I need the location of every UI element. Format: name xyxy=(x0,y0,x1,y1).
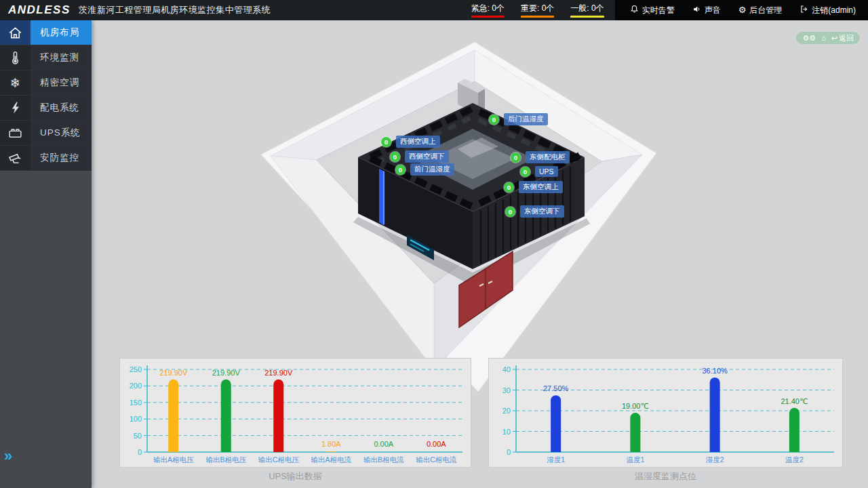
header-action-label: 注销(admin) xyxy=(812,5,856,16)
category-label: 温度2 xyxy=(785,455,804,464)
scene-toolbar-settings-button[interactable]: ⚙⚙ xyxy=(802,35,816,42)
marker-count-badge: 0 xyxy=(520,167,530,177)
bar xyxy=(710,378,720,452)
alert-badge-underline xyxy=(570,16,604,18)
scene-marker[interactable]: 0东侧配电柜 xyxy=(511,151,570,163)
bar xyxy=(273,380,283,452)
scene-marker[interactable]: 0西侧空调上 xyxy=(381,136,440,148)
camera-icon xyxy=(0,146,31,170)
category-label: 湿度1 xyxy=(547,455,565,464)
sidebar-expand-button[interactable]: » xyxy=(4,449,12,464)
y-tick-label: 200 xyxy=(130,382,142,390)
header-action-sound[interactable]: 声音 xyxy=(692,5,721,16)
sidebar-item-label-cell: UPS系统 xyxy=(31,121,92,145)
marker-label: 东侧配电柜 xyxy=(526,151,570,163)
scene-toolbar-back-button[interactable]: ↩返回 xyxy=(831,35,854,42)
sidebar-item-label-cell: 精密空调 xyxy=(31,70,92,95)
alert-badge-underline xyxy=(521,16,554,18)
room-3d-view: 0后门温湿度0西侧空调上0西侧空调下0前门温湿度0东侧配电柜0UPS0东侧空调上… xyxy=(92,20,868,413)
header-action-backend-admin[interactable]: ⚙后台管理 xyxy=(738,5,783,16)
sidebar-item-power-system[interactable]: 配电系统 xyxy=(0,96,92,121)
sidebar-menu: 机房布局环境监测❄精密空调配电系统UPS系统安防监控 xyxy=(0,20,92,171)
sidebar-item-label: 机房布局 xyxy=(40,26,79,39)
rack-led-strip xyxy=(379,169,383,225)
bar-value-label: 1.80A xyxy=(321,440,341,448)
bar-value-label: 219.90V xyxy=(159,369,188,377)
sidebar-item-room-layout[interactable]: 机房布局 xyxy=(0,20,92,45)
home-icon xyxy=(0,20,31,45)
home-icon: ⌂ xyxy=(821,35,826,42)
sidebar-item-precision-ac[interactable]: ❄精密空调 xyxy=(0,70,92,96)
y-tick-label: 40 xyxy=(502,365,511,373)
bar xyxy=(326,451,336,452)
chart-panel-temp-humidity: 01020304027.50%湿度119.00℃温度136.10%湿度221.4… xyxy=(488,358,843,468)
scene-toolbar-home-button[interactable]: ⌂ xyxy=(821,35,826,42)
bar xyxy=(630,413,640,452)
header-action-realtime-alarm[interactable]: 实时告警 xyxy=(630,5,675,16)
scene-marker[interactable]: 0后门温湿度 xyxy=(489,113,548,125)
bar-value-label: 219.90V xyxy=(212,369,241,377)
snowflake-icon: ❄ xyxy=(0,70,31,95)
alert-badge-general[interactable]: 一般: 0个 xyxy=(570,3,604,18)
sidebar-item-label: 配电系统 xyxy=(40,102,79,114)
header-action-label: 声音 xyxy=(705,5,721,16)
bar xyxy=(551,395,561,452)
sidebar-item-label: 精密空调 xyxy=(40,77,79,89)
alert-badge-text: 一般: 0个 xyxy=(570,3,604,14)
y-tick-label: 30 xyxy=(502,386,511,394)
scene-toolbar-label: 返回 xyxy=(839,35,854,42)
marker-label: 西侧空调下 xyxy=(405,150,449,163)
y-tick-label: 0 xyxy=(138,448,142,456)
marker-count-badge: 0 xyxy=(395,165,406,175)
y-tick-label: 100 xyxy=(130,415,142,423)
bar-value-label: 27.50% xyxy=(543,384,569,392)
sidebar-item-label: 安防监控 xyxy=(40,152,79,164)
brand-logo: ANDLESS xyxy=(0,3,79,17)
marker-label: 西侧空调上 xyxy=(396,136,440,148)
y-tick-label: 0 xyxy=(507,448,511,456)
scene-marker[interactable]: 0西侧空调下 xyxy=(390,150,449,163)
sidebar-item-label-cell: 机房布局 xyxy=(31,20,92,45)
marker-count-badge: 0 xyxy=(390,152,400,162)
alert-badge-important[interactable]: 重要: 0个 xyxy=(521,3,554,18)
scene-marker[interactable]: 0东侧空调上 xyxy=(504,181,563,193)
category-label: 输出C相电流 xyxy=(416,455,457,464)
bar xyxy=(221,380,231,452)
bar-value-label: 36.10% xyxy=(702,367,728,375)
y-tick-label: 20 xyxy=(502,407,511,415)
sidebar-item-label: 环境监测 xyxy=(40,52,79,64)
marker-count-badge: 0 xyxy=(511,152,521,163)
marker-label: UPS xyxy=(535,166,558,177)
y-tick-label: 50 xyxy=(134,432,142,440)
bolt-icon xyxy=(0,96,31,120)
header-action-logout[interactable]: 注销(admin) xyxy=(800,5,856,16)
bar-value-label: 0.00A xyxy=(427,440,446,448)
alert-badge-text: 重要: 0个 xyxy=(521,3,554,14)
alert-badge-urgent[interactable]: 紧急: 0个 xyxy=(471,3,505,18)
main-content: 0后门温湿度0西侧空调上0西侧空调下0前门温湿度0东侧配电柜0UPS0东侧空调上… xyxy=(92,20,868,488)
sidebar-item-label: UPS系统 xyxy=(40,127,81,139)
bar-value-label: 19.00℃ xyxy=(622,402,649,410)
marker-label: 东侧空调下 xyxy=(520,205,564,218)
marker-label: 后门温湿度 xyxy=(504,113,548,125)
gear-icon: ⚙ xyxy=(738,5,747,15)
bar xyxy=(168,380,178,452)
sidebar-item-security-monitor[interactable]: 安防监控 xyxy=(0,146,92,171)
room-3d-render xyxy=(92,20,868,413)
category-label: 输出B相电压 xyxy=(205,455,246,464)
scene-marker[interactable]: 0UPS xyxy=(520,166,558,177)
category-label: 湿度2 xyxy=(706,455,724,464)
marker-label: 前门温湿度 xyxy=(410,163,454,176)
header-action-label: 实时告警 xyxy=(642,5,675,16)
marker-label: 东侧空调上 xyxy=(519,181,563,193)
sidebar: 机房布局环境监测❄精密空调配电系统UPS系统安防监控 » xyxy=(0,20,92,488)
bar-value-label: 21.40℃ xyxy=(781,397,808,405)
sidebar-item-ups-system[interactable]: UPS系统 xyxy=(0,121,92,146)
thermometer-icon xyxy=(0,45,31,70)
sidebar-item-env-monitor[interactable]: 环境监测 xyxy=(0,45,92,70)
y-tick-label: 10 xyxy=(502,428,511,436)
scene-marker[interactable]: 0前门温湿度 xyxy=(395,163,454,176)
chart-panel-ups: 050100150200250219.90V输出A相电压219.90V输出B相电… xyxy=(119,358,471,468)
category-label: 输出B相电流 xyxy=(363,455,404,464)
scene-marker[interactable]: 0东侧空调下 xyxy=(505,205,564,218)
